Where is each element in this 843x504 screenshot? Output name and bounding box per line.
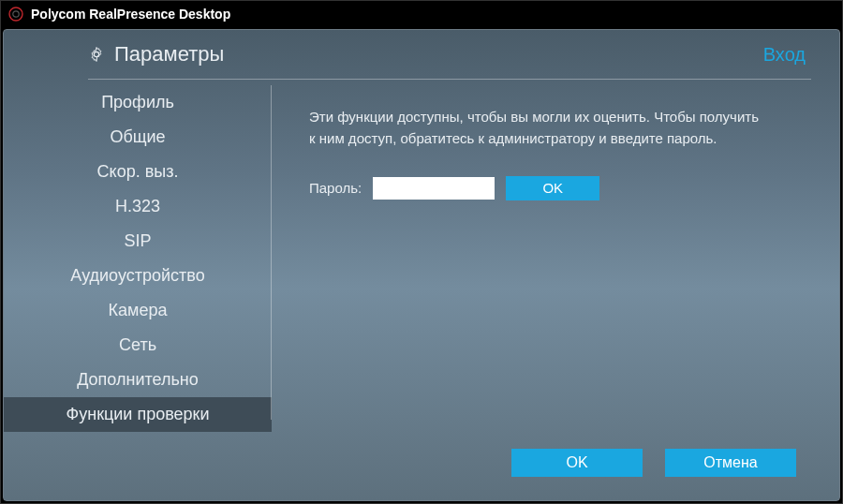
sidebar-item-h323[interactable]: H.323 (4, 189, 272, 224)
main-panel: Эти функции доступны, чтобы вы могли их … (272, 80, 839, 438)
description-text: Эти функции доступны, чтобы вы могли их … (309, 106, 759, 150)
sidebar-item-label: Дополнительно (77, 370, 199, 390)
header-row: Параметры Вход (4, 30, 839, 79)
sidebar-item-label: Аудиоустройство (70, 266, 204, 286)
sidebar: Профиль Общие Скор. выз. H.323 SIP Аудио… (4, 80, 272, 438)
sidebar-item-general[interactable]: Общие (4, 120, 272, 155)
sidebar-item-label: Сеть (119, 335, 156, 355)
sidebar-item-sip[interactable]: SIP (4, 224, 272, 259)
password-row: Пароль: OK (309, 176, 802, 200)
password-label: Пароль: (309, 180, 362, 196)
sidebar-item-profile[interactable]: Профиль (4, 85, 272, 120)
sidebar-item-label: H.323 (115, 197, 160, 216)
title-bar: Polycom RealPresence Desktop (1, 1, 842, 27)
cancel-button[interactable]: Отмена (665, 449, 796, 477)
page-title: Параметры (114, 42, 224, 67)
ok-button[interactable]: OK (511, 449, 643, 477)
sidebar-item-label: Общие (110, 127, 165, 147)
svg-point-1 (13, 11, 19, 17)
password-input[interactable] (373, 177, 495, 200)
body-row: Профиль Общие Скор. выз. H.323 SIP Аудио… (4, 80, 839, 438)
window-title: Polycom RealPresence Desktop (31, 7, 230, 22)
sidebar-item-network[interactable]: Сеть (4, 328, 272, 363)
app-logo-icon (8, 7, 23, 22)
sidebar-item-advanced[interactable]: Дополнительно (4, 363, 272, 397)
password-ok-button[interactable]: OK (506, 176, 599, 200)
svg-point-0 (9, 7, 22, 21)
app-window: Polycom RealPresence Desktop Параметры В… (0, 0, 843, 504)
sidebar-item-label: Камера (109, 301, 168, 320)
sidebar-item-speed-dial[interactable]: Скор. выз. (4, 155, 272, 189)
header-title-group: Параметры (88, 42, 224, 67)
sidebar-item-label: SIP (124, 231, 151, 251)
sidebar-item-label: Функции проверки (67, 405, 210, 424)
sidebar-item-label: Профиль (101, 93, 174, 112)
gear-icon (88, 46, 105, 63)
footer-row: OK Отмена (4, 438, 839, 500)
content-frame: Параметры Вход Профиль Общие Скор. выз. … (3, 29, 840, 501)
sidebar-item-audio-device[interactable]: Аудиоустройство (4, 259, 272, 293)
sidebar-item-label: Скор. выз. (97, 162, 179, 182)
login-link[interactable]: Вход (763, 44, 806, 66)
sidebar-item-camera[interactable]: Камера (4, 293, 272, 328)
sidebar-item-test-features[interactable]: Функции проверки (4, 397, 272, 432)
